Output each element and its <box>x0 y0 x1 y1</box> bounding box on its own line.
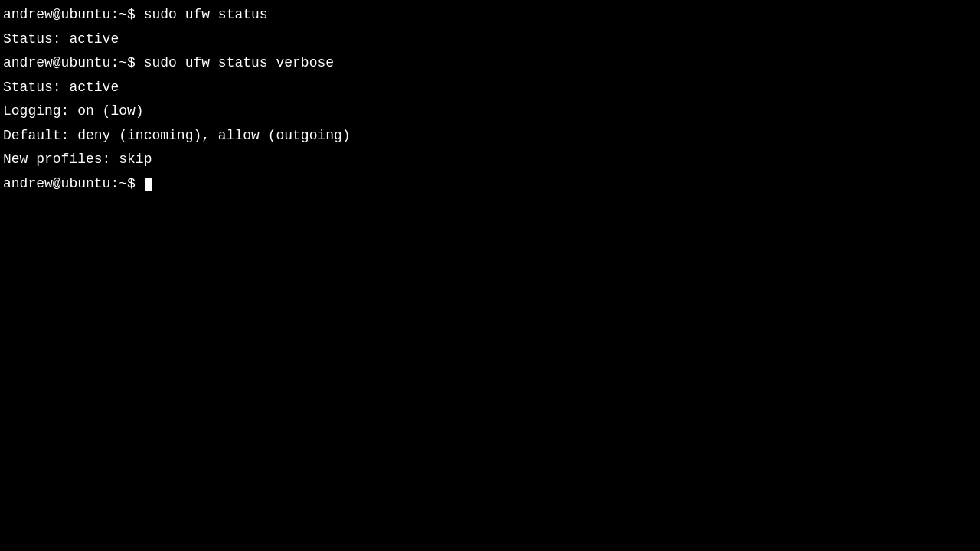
cursor <box>145 178 152 191</box>
terminal-line-prompt: andrew@ubuntu:~$ <box>3 172 977 197</box>
terminal-line-default: Default: deny (incoming), allow (outgoin… <box>3 124 977 148</box>
terminal-line-status2: Status: active <box>3 76 977 100</box>
terminal-line-status1: Status: active <box>3 28 977 52</box>
terminal-line-cmd1: andrew@ubuntu:~$ sudo ufw status <box>3 3 977 28</box>
terminal-window[interactable]: andrew@ubuntu:~$ sudo ufw statusStatus: … <box>0 0 980 551</box>
terminal-line-profiles: New profiles: skip <box>3 148 977 172</box>
terminal-line-cmd2: andrew@ubuntu:~$ sudo ufw status verbose <box>3 51 977 76</box>
terminal-line-logging: Logging: on (low) <box>3 99 977 124</box>
